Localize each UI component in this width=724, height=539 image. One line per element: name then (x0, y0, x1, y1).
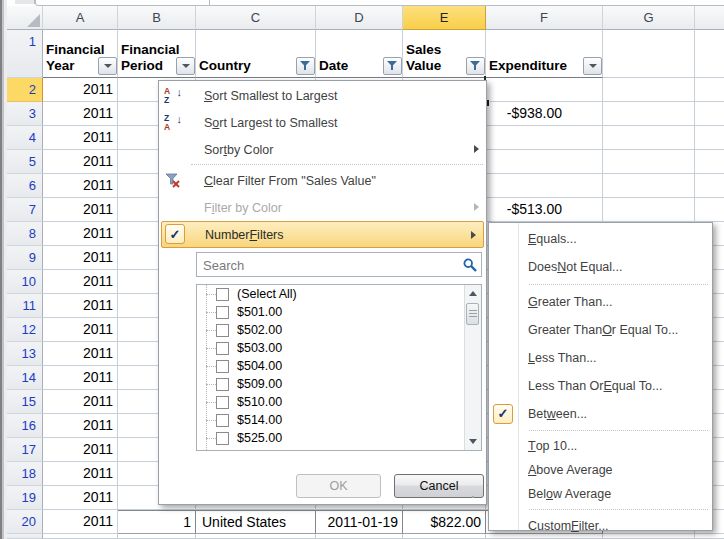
checkbox-icon[interactable] (216, 306, 229, 319)
cell-G1[interactable] (603, 30, 695, 78)
cell-H3[interactable] (695, 102, 724, 126)
cell-G2[interactable] (603, 78, 695, 102)
cell-H6[interactable] (695, 174, 724, 198)
list-item-504-00[interactable]: $504.00 (197, 357, 481, 375)
row-header-2[interactable]: 2 (7, 78, 43, 102)
row-header-17[interactable]: 17 (7, 438, 43, 462)
cell-F7[interactable]: -$513.00 (486, 198, 603, 222)
list-item-select-all[interactable]: (Select All) (197, 285, 481, 303)
filter-button-date[interactable] (383, 57, 402, 75)
cell-E20[interactable]: $822.00 (403, 510, 486, 534)
cell-H2[interactable] (695, 78, 724, 102)
cell-D21[interactable] (316, 534, 403, 539)
row-header-5[interactable]: 5 (7, 150, 43, 174)
cell-A18[interactable]: 2011 (43, 462, 118, 486)
row-header-11[interactable]: 11 (7, 294, 43, 318)
cell-A14[interactable]: 2011 (43, 366, 118, 390)
cancel-button[interactable]: Cancel (394, 474, 484, 498)
menu-item-sort-largest-to-smallest[interactable]: ZA↓Sort Largest to Smallest (159, 109, 486, 136)
column-header-a[interactable]: A (43, 6, 118, 30)
submenu-item-does-not-equal[interactable]: Does Not Equal... (489, 253, 712, 281)
checkbox-icon[interactable] (216, 396, 229, 409)
row-header-9[interactable]: 9 (7, 246, 43, 270)
row-header-13[interactable]: 13 (7, 342, 43, 366)
menu-item-sort-smallest-to-largest[interactable]: AZ↓Sort Smallest to Largest (159, 82, 486, 109)
cell-A15[interactable]: 2011 (43, 390, 118, 414)
submenu-item-equals[interactable]: Equals... (489, 225, 712, 253)
scrollbar-thumb[interactable] (466, 303, 479, 325)
cell-A13[interactable]: 2011 (43, 342, 118, 366)
list-item-514-00[interactable]: $514.00 (197, 411, 481, 429)
cell-A16[interactable]: 2011 (43, 414, 118, 438)
submenu-item-less-than[interactable]: Less Than... (489, 344, 712, 372)
cell-partial1[interactable] (695, 30, 724, 78)
column-header-g[interactable]: G (603, 6, 695, 30)
submenu-item-between[interactable]: ✓Between... (489, 400, 712, 427)
cell-A3[interactable]: 2011 (43, 102, 118, 126)
row-header-14[interactable]: 14 (7, 366, 43, 390)
row-header-16[interactable]: 16 (7, 414, 43, 438)
submenu-item-top-10[interactable]: Top 10... (489, 434, 712, 458)
header-cell-c1[interactable]: Country (196, 30, 316, 78)
cell-A4[interactable]: 2011 (43, 126, 118, 150)
list-item-501-00[interactable]: $501.00 (197, 303, 481, 321)
filter-button-financial-period[interactable] (176, 57, 195, 75)
column-header-e[interactable]: E (403, 6, 486, 30)
cell-A17[interactable]: 2011 (43, 438, 118, 462)
cell-A11[interactable]: 2011 (43, 294, 118, 318)
list-item-503-00[interactable]: $503.00 (197, 339, 481, 357)
cell-H7[interactable] (695, 198, 724, 222)
filter-button-expenditure[interactable] (583, 57, 602, 75)
list-scrollbar[interactable] (464, 285, 481, 450)
cell-H4[interactable] (695, 126, 724, 150)
cell-A12[interactable]: 2011 (43, 318, 118, 342)
cell-C21[interactable] (196, 534, 316, 539)
select-all-corner[interactable] (7, 6, 43, 30)
cell-C20[interactable]: United States (196, 510, 316, 534)
cell-B20[interactable]: 1 (118, 510, 196, 534)
menu-item-clear-filter-from-sales-value[interactable]: Clear Filter From "Sales Value" (159, 167, 486, 194)
list-item-partial[interactable] (197, 447, 481, 451)
row-header-4[interactable]: 4 (7, 126, 43, 150)
checkbox-icon[interactable] (216, 432, 229, 445)
cell-A5[interactable]: 2011 (43, 150, 118, 174)
checkbox-icon[interactable] (216, 360, 229, 373)
cell-A9[interactable]: 2011 (43, 246, 118, 270)
row-header-10[interactable]: 10 (7, 270, 43, 294)
column-header-partial[interactable] (695, 6, 724, 30)
cell-G4[interactable] (603, 126, 695, 150)
row-header-1[interactable]: 1 (7, 30, 43, 78)
cell-G6[interactable] (603, 174, 695, 198)
list-item-510-00[interactable]: $510.00 (197, 393, 481, 411)
filter-button-financial-year[interactable] (98, 57, 117, 75)
submenu-item-below-average[interactable]: Below Average (489, 482, 712, 506)
cell-G7[interactable] (603, 198, 695, 222)
cell-A6[interactable]: 2011 (43, 174, 118, 198)
cell-D20[interactable]: 2011-01-19 (316, 510, 403, 534)
resize-grip[interactable] (472, 496, 474, 498)
cell-A2[interactable]: 2011 (43, 78, 118, 102)
cell-A19[interactable]: 2011 (43, 486, 118, 510)
cell-F2[interactable] (486, 78, 603, 102)
checkbox-icon[interactable] (216, 324, 229, 337)
checkbox-icon[interactable] (216, 450, 229, 452)
row-header-15[interactable]: 15 (7, 390, 43, 414)
header-cell-a1[interactable]: FinancialYear (43, 30, 118, 78)
cell-E21[interactable] (403, 534, 486, 539)
checkbox-icon[interactable] (216, 378, 229, 391)
column-header-c[interactable]: C (196, 6, 316, 30)
cell-F4[interactable] (486, 126, 603, 150)
list-item-509-00[interactable]: $509.00 (197, 375, 481, 393)
submenu-item-above-average[interactable]: Above Average (489, 458, 712, 482)
cell-F5[interactable] (486, 150, 603, 174)
scrollbar-down-arrow-icon[interactable] (469, 439, 477, 444)
submenu-item-greater-than[interactable]: Greater Than... (489, 288, 712, 316)
header-cell-b1[interactable]: FinancialPeriod (118, 30, 196, 78)
cell-A10[interactable]: 2011 (43, 270, 118, 294)
submenu-item-greater-than-or-equal-to[interactable]: Greater Than Or Equal To... (489, 316, 712, 344)
cell-G3[interactable] (603, 102, 695, 126)
cell-A7[interactable]: 2011 (43, 198, 118, 222)
menu-item-number-filters[interactable]: ✓Number Filters (161, 221, 484, 248)
row-header-20[interactable]: 20 (7, 510, 43, 534)
header-cell-f1[interactable]: Expenditure (486, 30, 603, 78)
